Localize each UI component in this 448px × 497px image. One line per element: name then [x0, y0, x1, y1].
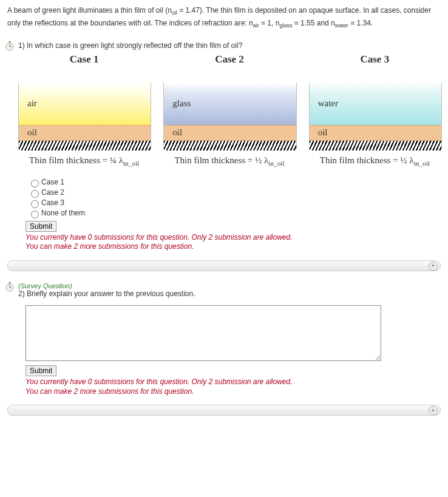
sub-water: water — [335, 22, 348, 29]
svg-rect-3 — [8, 41, 11, 42]
diagram: glass oil — [163, 83, 296, 149]
layer-substrate — [310, 141, 441, 150]
expand-icon[interactable]: + — [429, 406, 438, 415]
intro-text: A beam of green light illuminates a thin… — [7, 6, 172, 15]
feedback-line: You can make 2 more submissions for this… — [25, 242, 194, 251]
cases-row: Case 1 air oil Thin film thickness = ¼ λ… — [18, 53, 441, 167]
option-label: None of them — [41, 209, 85, 217]
option-label: Case 3 — [41, 198, 64, 207]
thickness-text: Thin film thickness = ½ λ — [320, 155, 414, 165]
case-title: Case 2 — [163, 53, 295, 66]
option-none[interactable]: None of them — [28, 209, 441, 218]
sub-oil: oil — [172, 10, 177, 16]
expand-icon[interactable]: + — [429, 262, 438, 271]
question-2: (Survey Question) 2) Briefly explain you… — [7, 282, 441, 396]
intro-text: = 1.34. — [348, 19, 373, 27]
option-label: Case 2 — [41, 188, 64, 197]
thickness-text: Thin film thickness = ½ λ — [174, 155, 268, 165]
case-3: Case 3 water oil Thin film thickness = ½… — [309, 53, 441, 167]
survey-label: (Survey Question) — [18, 282, 441, 289]
option-case2[interactable]: Case 2 — [28, 188, 441, 198]
diagram: air oil — [18, 83, 151, 149]
thickness-label: Thin film thickness = ¼ λin_oil — [18, 155, 150, 167]
thickness-text: Thin film thickness = ¼ λ — [29, 155, 123, 165]
layer-label: water — [318, 98, 338, 109]
submit-button[interactable]: Submit — [25, 365, 56, 376]
sub-air: air — [253, 22, 259, 29]
thickness-sub: in_oil — [268, 160, 284, 167]
thickness-sub: in_oil — [123, 160, 139, 167]
submission-feedback: You currently have 0 submissions for thi… — [25, 377, 441, 396]
thickness-sub: in_oil — [414, 160, 430, 167]
feedback-line: You currently have 0 submissions for thi… — [25, 233, 293, 242]
radio-case2[interactable] — [31, 190, 39, 198]
diagram: water oil — [309, 83, 442, 149]
layer-air: air — [19, 83, 151, 125]
svg-rect-7 — [8, 282, 11, 283]
radio-case1[interactable] — [31, 180, 39, 188]
feedback-line: You can make 2 more submissions for this… — [25, 387, 194, 396]
case-title: Case 1 — [18, 53, 150, 66]
thickness-label: Thin film thickness = ½ λin_oil — [309, 155, 441, 167]
question-text: 2) Briefly explain your answer to the pr… — [18, 289, 441, 298]
option-label: Case 1 — [41, 178, 64, 186]
thickness-label: Thin film thickness = ½ λin_oil — [163, 155, 295, 167]
case-1: Case 1 air oil Thin film thickness = ¼ λ… — [18, 53, 150, 167]
section-divider: + — [7, 260, 441, 271]
problem-intro: A beam of green light illuminates a thin… — [7, 5, 441, 30]
submit-button[interactable]: Submit — [25, 221, 56, 232]
intro-text: = 1.55 and n — [292, 19, 334, 27]
question-1: 1) In which case is green light strongly… — [7, 41, 441, 252]
stopwatch-icon — [5, 282, 15, 292]
answer-options: Case 1 Case 2 Case 3 None of them — [28, 178, 441, 218]
question-text: 1) In which case is green light strongly… — [18, 41, 441, 50]
layer-oil: oil — [310, 125, 441, 141]
layer-oil: oil — [19, 125, 151, 141]
layer-substrate — [19, 141, 151, 150]
layer-water: water — [310, 83, 441, 125]
layer-substrate — [164, 141, 296, 150]
layer-label: oil — [172, 127, 182, 138]
feedback-line: You currently have 0 submissions for thi… — [25, 377, 293, 386]
radio-none[interactable] — [31, 211, 39, 218]
sub-glass: glass — [279, 22, 292, 29]
submission-feedback: You currently have 0 submissions for thi… — [25, 233, 441, 252]
intro-text: = 1, n — [259, 19, 280, 27]
stopwatch-icon — [5, 41, 15, 51]
radio-case3[interactable] — [31, 200, 39, 208]
layer-glass: glass — [164, 83, 296, 125]
layer-oil: oil — [164, 125, 296, 141]
layer-label: air — [27, 98, 37, 109]
layer-label: oil — [27, 127, 37, 138]
case-2: Case 2 glass oil Thin film thickness = ½… — [163, 53, 295, 167]
option-case3[interactable]: Case 3 — [28, 198, 441, 208]
section-divider: + — [7, 405, 441, 416]
option-case1[interactable]: Case 1 — [28, 178, 441, 188]
explanation-textarea[interactable] — [25, 305, 381, 361]
layer-label: oil — [318, 127, 328, 138]
case-title: Case 3 — [309, 53, 441, 66]
layer-label: glass — [172, 98, 191, 109]
